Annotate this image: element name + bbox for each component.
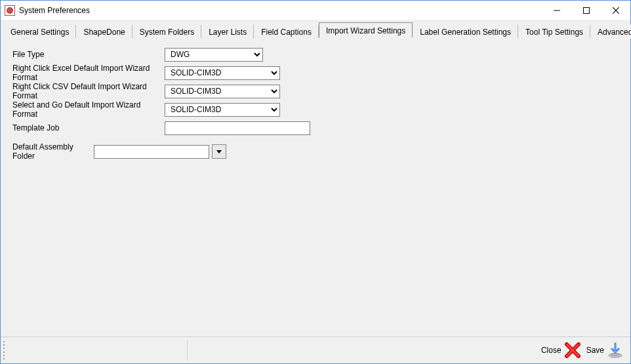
tab-advanced-settings[interactable]: Advanced Settings [590, 24, 631, 39]
tab-layer-lists[interactable]: Layer Lists [201, 24, 254, 39]
input-assembly-folder[interactable] [94, 145, 209, 159]
footer-grip [2, 340, 6, 361]
tab-import-wizard-settings[interactable]: Import Wizard Settings [319, 22, 413, 38]
label-template-job: Template Job [12, 123, 165, 132]
row-excel-format: Right Click Excel Default Import Wizard … [12, 66, 626, 80]
combo-csv-format[interactable]: SOLID-CIM3D [165, 85, 280, 98]
save-icon [607, 342, 624, 359]
svg-rect-10 [611, 354, 619, 356]
row-assembly-folder: Default Assembly Folder [12, 144, 626, 159]
svg-rect-1 [583, 8, 589, 14]
window-controls [542, 1, 630, 20]
save-button[interactable]: Save [584, 340, 626, 360]
tab-field-captions[interactable]: Field Captions [254, 24, 319, 39]
window: System Preferences General Settings Shap… [0, 0, 631, 364]
close-window-button[interactable] [601, 1, 630, 20]
close-button-label: Close [541, 346, 561, 355]
tab-shapedone[interactable]: ShapeDone [76, 24, 132, 39]
row-template-job: Template Job [12, 121, 626, 135]
label-csv-format: Right Click CSV Default Import Wizard Fo… [12, 82, 165, 100]
label-selectgo-format: Select and Go Default Import Wizard Form… [12, 100, 165, 119]
titlebar-left: System Preferences [1, 5, 90, 16]
content-panel: File Type DWG Right Click Excel Default … [1, 38, 630, 336]
app-icon [5, 5, 15, 16]
combo-file-type[interactable]: DWG [165, 48, 263, 62]
row-csv-format: Right Click CSV Default Import Wizard Fo… [12, 84, 626, 98]
save-button-label: Save [586, 346, 604, 355]
tab-label-generation-settings[interactable]: Label Generation Settings [413, 24, 518, 39]
label-file-type: File Type [12, 50, 165, 59]
assembly-folder-dropdown-button[interactable] [212, 144, 226, 159]
footer: Close Save [1, 336, 630, 363]
label-assembly-folder: Default Assembly Folder [12, 142, 94, 161]
titlebar: System Preferences [1, 1, 630, 21]
footer-separator [187, 340, 188, 361]
input-template-job[interactable] [165, 121, 310, 135]
tabs-row: General Settings ShapeDone System Folder… [1, 21, 630, 38]
window-title: System Preferences [19, 6, 90, 15]
minimize-button[interactable] [542, 1, 571, 20]
svg-marker-4 [216, 150, 222, 153]
row-selectgo-format: Select and Go Default Import Wizard Form… [12, 102, 626, 117]
tab-system-folders[interactable]: System Folders [132, 24, 201, 39]
maximize-button[interactable] [571, 1, 601, 20]
close-button[interactable]: Close [539, 340, 584, 360]
combo-excel-format[interactable]: SOLID-CIM3D [165, 66, 280, 80]
tab-general-settings[interactable]: General Settings [3, 24, 76, 39]
row-file-type: File Type DWG [12, 47, 626, 62]
label-excel-format: Right Click Excel Default Import Wizard … [12, 64, 165, 82]
close-icon [564, 342, 581, 359]
tab-tool-tip-settings[interactable]: Tool Tip Settings [518, 24, 590, 39]
combo-selectgo-format[interactable]: SOLID-CIM3D [165, 103, 280, 117]
